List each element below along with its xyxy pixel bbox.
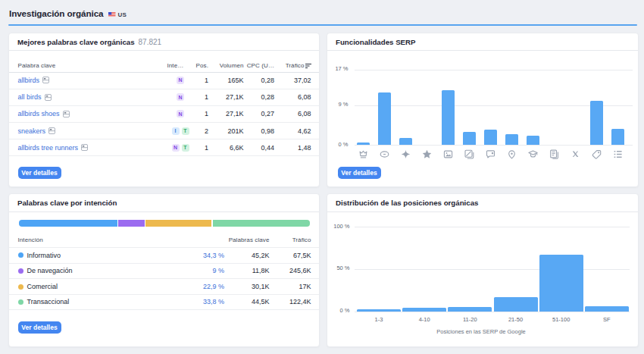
chart-bar[interactable] — [399, 138, 412, 146]
cell-position: 1 — [205, 89, 208, 105]
country-label: US — [118, 11, 127, 18]
col-intent[interactable]: Inte… — [167, 59, 184, 73]
chart-bar[interactable] — [357, 309, 401, 312]
sort-desc-icon — [305, 63, 311, 69]
serp-snapshot-icon[interactable] — [48, 127, 55, 134]
panel-title-row: Palabras clave por intención — [9, 194, 320, 212]
intent-percent-link[interactable]: 9 % — [212, 264, 224, 279]
cell-cpc: 0,44 — [261, 139, 274, 155]
chart-bar[interactable] — [484, 130, 497, 145]
intent-row: Transaccional33,8 %44,5K122,4K — [9, 294, 320, 310]
intent-details-button[interactable]: Ver detalles — [18, 321, 61, 334]
serp-snapshot-icon[interactable] — [42, 77, 49, 83]
intent-keywords: 45,2K — [252, 248, 270, 263]
col-volume[interactable]: Volumen — [220, 59, 244, 73]
x-tick-label: 21-50 — [493, 316, 539, 323]
keyword-link[interactable]: allbirds — [18, 77, 40, 84]
serp-feature-icon-shopping-tag[interactable] — [592, 149, 602, 159]
chart-bar[interactable] — [402, 308, 446, 311]
intent-table-header: Intención Palabras clave Tráfico — [9, 232, 320, 247]
positions-chart: 0 %50 %100 %1-34-1011-2021-5051-100SFPos… — [327, 194, 638, 346]
serp-feature-icon-local-pack[interactable] — [507, 149, 517, 159]
chart-bar[interactable] — [539, 255, 583, 312]
chart-gridline — [355, 145, 633, 146]
col-pos[interactable]: Pos. — [196, 59, 208, 73]
panel-top-keywords: Mejores palabras clave orgánicas 87.821 … — [8, 33, 320, 187]
intent-percent-link[interactable]: 34,3 % — [203, 248, 224, 263]
intent-color-dot — [18, 284, 23, 290]
col-cpc[interactable]: CPC (U… — [247, 59, 274, 73]
chart-bar[interactable] — [442, 90, 455, 145]
cell-cpc: 0,27 — [261, 106, 274, 122]
keyword-row: all birdsN127,1K0,286,08 — [9, 89, 320, 106]
panel-keyword-intent: Palabras clave por intención Intención P… — [8, 193, 320, 347]
cell-keyword: allbirds shoes — [18, 106, 70, 122]
col-keyword[interactable]: Palabra clave — [18, 59, 56, 73]
intent-percent-link[interactable]: 33,8 % — [203, 295, 224, 309]
chart-bar[interactable] — [463, 132, 476, 145]
intent-label: De navegación — [18, 264, 73, 279]
serp-feature-icon-news[interactable] — [549, 149, 559, 159]
keyword-link[interactable]: allbirds shoes — [18, 110, 60, 117]
intent-keywords: 11,8K — [252, 264, 270, 279]
cell-traffic: 6,08 — [298, 106, 311, 122]
x-tick-label: 11-20 — [447, 316, 492, 323]
col-intent: Intención — [18, 232, 43, 247]
chart-bar[interactable] — [505, 134, 518, 145]
serp-feature-icon-sparkle[interactable] — [401, 149, 411, 159]
intent-segment-0 — [19, 220, 117, 227]
serp-feature-icon-image-pack[interactable] — [464, 149, 474, 159]
intent-keywords: 44,5K — [252, 295, 270, 309]
serp-feature-icon-reviews[interactable] — [486, 149, 496, 159]
keyword-link[interactable]: all birds — [18, 93, 42, 101]
serp-feature-icon-sitelinks[interactable] — [613, 149, 623, 159]
intent-color-dot — [18, 252, 23, 258]
cell-position: 1 — [205, 106, 208, 122]
serp-feature-icon-star[interactable] — [422, 149, 432, 159]
chart-bar[interactable] — [448, 307, 492, 311]
keyword-link[interactable]: sneakers — [18, 127, 46, 135]
keyword-link[interactable]: allbirds tree runners — [18, 144, 79, 152]
serp-feature-icon-image[interactable] — [443, 149, 453, 159]
serp-feature-icon-twitter[interactable] — [571, 149, 580, 159]
panel-serp-features: Funcionalidades SERP 0 %9 %17 % Ver deta… — [327, 33, 639, 187]
chart-bar[interactable] — [590, 101, 603, 145]
chart-bar[interactable] — [585, 306, 629, 312]
cell-traffic: 4,62 — [298, 123, 311, 139]
chart-bar[interactable] — [378, 92, 391, 145]
keywords-details-button[interactable]: Ver detalles — [18, 167, 61, 179]
y-axis-label: 100 % — [320, 223, 350, 230]
intent-keywords: 30,1K — [252, 279, 270, 294]
serp-snapshot-icon[interactable] — [81, 144, 88, 151]
chart-gridline — [355, 269, 630, 270]
serp-feature-icon-featured-snippet[interactable] — [358, 149, 368, 159]
intent-traffic: 245,6K — [289, 264, 311, 279]
col-traffic[interactable]: Tráfico — [286, 59, 311, 73]
intent-segment-3 — [213, 220, 310, 227]
chart-bar[interactable] — [357, 143, 370, 145]
serp-snapshot-icon[interactable] — [45, 94, 52, 101]
page-title: Investigación orgánica — [9, 8, 103, 18]
intent-badges: IT — [168, 123, 195, 139]
cell-traffic: 1,48 — [298, 139, 311, 155]
serp-feature-icon-knowledge[interactable] — [528, 149, 538, 159]
chart-bar[interactable] — [611, 129, 624, 145]
intent-row: De navegación9 %11,8K245,6K — [9, 263, 320, 279]
col-traffic: Tráfico — [292, 232, 311, 247]
chart-bar[interactable] — [527, 136, 539, 145]
chart-gridline — [355, 70, 633, 70]
serp-snapshot-icon[interactable] — [63, 111, 70, 117]
cell-position: 1 — [205, 72, 208, 88]
y-axis-label: 17 % — [318, 65, 349, 72]
keywords-table-header: Palabra clave Inte… Pos. Volumen CPC (U…… — [9, 59, 320, 73]
keyword-row: sneakersIT2201K0,984,62 — [9, 123, 320, 139]
intent-segment-1 — [118, 220, 144, 227]
cell-volume: 201K — [227, 123, 243, 139]
serp-feature-icon-link[interactable] — [380, 149, 389, 159]
intent-percent-link[interactable]: 22,9 % — [203, 279, 224, 294]
serp-details-button[interactable]: Ver detalles — [338, 167, 381, 179]
intent-color-dot — [18, 299, 23, 305]
x-tick-label: 51-100 — [539, 316, 584, 323]
cell-volume: 27,1K — [226, 106, 244, 122]
chart-bar[interactable] — [494, 297, 538, 312]
